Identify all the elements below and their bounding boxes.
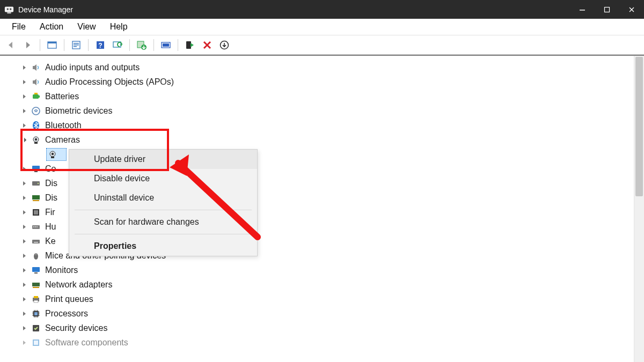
- camera-icon: [48, 150, 57, 159]
- chevron-right-icon[interactable]: [20, 209, 28, 216]
- tree-item-network[interactable]: Network adapters: [20, 277, 644, 292]
- chevron-right-icon[interactable]: [20, 165, 28, 173]
- tree-item-label: Monitors: [45, 265, 78, 275]
- chevron-right-icon[interactable]: [20, 267, 28, 274]
- chevron-down-icon[interactable]: [20, 136, 28, 144]
- svg-rect-54: [34, 300, 38, 302]
- ctx-separator: [75, 234, 252, 234]
- menu-view[interactable]: View: [71, 20, 102, 33]
- svg-rect-41: [33, 226, 34, 227]
- tree-item-label: Hu: [45, 222, 56, 232]
- svg-rect-28: [34, 142, 38, 144]
- svg-rect-7: [48, 42, 56, 43]
- chevron-right-icon[interactable]: [20, 281, 28, 289]
- cpu-icon: [31, 309, 41, 319]
- toolbar-uninstall[interactable]: [158, 38, 173, 52]
- toolbar-separator: [153, 39, 154, 51]
- tree-item-bluetooth[interactable]: Bluetooth: [20, 118, 644, 132]
- ctx-scan-hardware[interactable]: Scan for hardware changes: [69, 212, 257, 232]
- chevron-right-icon[interactable]: [20, 295, 28, 303]
- chevron-right-icon[interactable]: [20, 180, 28, 187]
- tree-item-label: Batteries: [45, 92, 79, 101]
- chevron-right-icon[interactable]: [20, 107, 28, 115]
- toolbar-forward[interactable]: [20, 38, 35, 52]
- app-icon: [4, 5, 14, 14]
- ctx-uninstall-device[interactable]: Uninstall device: [69, 188, 257, 208]
- content-area: Audio inputs and outputs Audio Processin…: [0, 55, 644, 362]
- toolbar-scan-hardware[interactable]: [110, 38, 125, 52]
- close-button[interactable]: [619, 0, 644, 19]
- chevron-right-icon[interactable]: [20, 64, 28, 71]
- scrollbar-thumb[interactable]: [635, 57, 643, 196]
- chevron-right-icon[interactable]: [20, 78, 28, 86]
- vertical-scrollbar[interactable]: [634, 56, 644, 362]
- tree-item-batteries[interactable]: Batteries: [20, 89, 644, 104]
- toolbar-disable-circle[interactable]: [217, 38, 232, 52]
- tree-item-label: Print queues: [45, 294, 93, 304]
- tree-item-print[interactable]: Print queues: [20, 292, 644, 306]
- chevron-right-icon[interactable]: [20, 194, 28, 202]
- maximize-button[interactable]: [595, 0, 619, 19]
- svg-rect-10: [74, 45, 79, 46]
- chevron-right-icon[interactable]: [20, 93, 28, 100]
- tree-item-audio-io[interactable]: Audio inputs and outputs: [20, 60, 644, 75]
- minimize-button[interactable]: [570, 0, 595, 19]
- chevron-right-icon[interactable]: [20, 252, 28, 260]
- window-title: Device Manager: [18, 5, 73, 14]
- svg-rect-51: [33, 287, 39, 288]
- svg-rect-36: [32, 195, 40, 200]
- ctx-properties[interactable]: Properties: [69, 237, 257, 256]
- chevron-right-icon[interactable]: [20, 324, 28, 332]
- ctx-separator: [75, 210, 252, 210]
- svg-point-3: [10, 8, 12, 10]
- menu-help[interactable]: Help: [104, 20, 134, 33]
- toolbar-enable[interactable]: [182, 38, 197, 52]
- svg-rect-33: [34, 171, 38, 172]
- selected-item[interactable]: [46, 148, 67, 161]
- disk-icon: [31, 179, 41, 188]
- chevron-right-icon[interactable]: [20, 122, 28, 129]
- security-icon: [31, 323, 41, 333]
- chevron-right-icon[interactable]: [20, 223, 28, 231]
- toolbar-disable[interactable]: [200, 38, 215, 52]
- display-adapter-icon: [31, 193, 41, 203]
- toolbar-help[interactable]: ?: [93, 38, 108, 52]
- tree-item-biometric[interactable]: Biometric devices: [20, 104, 644, 118]
- ctx-disable-device[interactable]: Disable device: [69, 169, 257, 188]
- svg-rect-42: [35, 226, 36, 227]
- chevron-right-icon[interactable]: [20, 238, 28, 245]
- context-menu: Update driver Disable device Uninstall d…: [69, 149, 258, 256]
- menu-file[interactable]: File: [5, 20, 32, 33]
- tree-item-processors[interactable]: Processors: [20, 306, 644, 321]
- chevron-right-icon[interactable]: [20, 310, 28, 317]
- toolbar-separator: [64, 39, 64, 51]
- toolbar-back[interactable]: [3, 38, 18, 52]
- toolbar-update-driver[interactable]: [134, 38, 149, 52]
- chevron-right-icon[interactable]: [20, 339, 28, 346]
- tree-item-label: Network adapters: [45, 280, 112, 290]
- svg-rect-18: [163, 43, 169, 47]
- tree-item-label: Cameras: [45, 135, 80, 145]
- tree-item-security[interactable]: Security devices: [20, 321, 644, 335]
- tree-item-monitors[interactable]: Monitors: [20, 263, 644, 277]
- hid-icon: [31, 222, 41, 232]
- svg-rect-1: [7, 12, 11, 13]
- menu-action[interactable]: Action: [33, 20, 70, 33]
- svg-rect-5: [605, 7, 610, 12]
- tree-item-label: Biometric devices: [45, 106, 112, 116]
- ctx-update-driver[interactable]: Update driver: [69, 150, 257, 169]
- tree-item-software-components[interactable]: Software components: [20, 335, 644, 350]
- toolbar-show-hidden[interactable]: [45, 38, 60, 52]
- camera-icon: [31, 135, 41, 145]
- tree-item-cameras[interactable]: Cameras: [20, 132, 644, 147]
- bluetooth-icon: [31, 121, 41, 130]
- software-icon: [31, 338, 41, 348]
- svg-rect-31: [51, 157, 54, 158]
- printer-icon: [31, 294, 41, 304]
- tree-item-audio-apo[interactable]: Audio Processing Objects (APOs): [20, 75, 644, 89]
- svg-rect-37: [33, 200, 39, 201]
- svg-point-30: [52, 152, 54, 154]
- titlebar: Device Manager: [0, 0, 644, 19]
- toolbar-properties[interactable]: [69, 38, 84, 52]
- svg-rect-39: [34, 210, 38, 215]
